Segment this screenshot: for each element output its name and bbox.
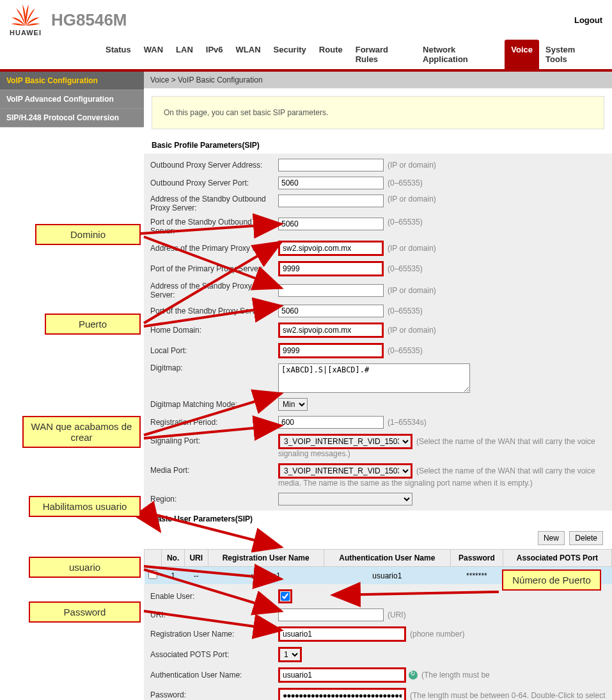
content: Voice > VoIP Basic Configuration On this… <box>144 72 612 700</box>
input-home-domain[interactable] <box>278 322 384 338</box>
hint: (0–65535) <box>388 179 423 187</box>
nav-route[interactable]: Route <box>313 40 349 69</box>
hint: (1–65534s) <box>388 418 427 427</box>
hint: (IP or domain) <box>388 195 436 203</box>
top-nav: StatusWANLANIPv6WLANSecurityRouteForward… <box>0 40 612 72</box>
hint: (URI) <box>388 610 406 619</box>
input-out-proxy-port[interactable] <box>278 177 384 189</box>
select-digitmap-mode[interactable]: Min <box>278 398 308 411</box>
callout-puerto: Puerto <box>45 314 141 335</box>
huawei-icon <box>10 3 42 29</box>
cell-pw: ******* <box>450 567 503 585</box>
input-standby-out-addr[interactable] <box>278 195 384 207</box>
input-reg-user[interactable] <box>278 626 406 642</box>
input-uri[interactable] <box>278 609 384 621</box>
label-reg-user: Registration User Name: <box>150 630 278 639</box>
nav-voice[interactable]: Voice <box>505 40 539 69</box>
input-auth-user[interactable] <box>278 667 406 683</box>
label-auth-user: Authentication User Name: <box>150 671 278 680</box>
sidebar-item[interactable]: SIP/H.248 Protocol Conversion <box>0 109 144 127</box>
label-out-proxy-addr: Outbound Proxy Server Address: <box>150 161 278 170</box>
hint: (0–65535) <box>388 306 423 315</box>
label-standby-out-port: Port of the Standby Outbound Proxy Serve… <box>150 218 278 235</box>
row-select-checkbox[interactable] <box>148 570 157 579</box>
label-region: Region: <box>150 495 278 504</box>
hint: (0–65535) <box>388 346 423 355</box>
checkbox-enable-user[interactable] <box>281 592 290 601</box>
label-standby-proxy-addr: Address of the Standby Proxy Server: <box>150 282 278 299</box>
nav-forward-rules[interactable]: Forward Rules <box>349 40 416 69</box>
callout-numero: Número de Puerto <box>502 569 601 591</box>
input-password[interactable] <box>278 688 406 700</box>
input-standby-proxy-addr[interactable] <box>278 284 384 297</box>
label-digitmap: Digitmap: <box>150 363 278 372</box>
select-sig-port[interactable]: 3_VOIP_INTERNET_R_VID_1503 <box>278 434 412 449</box>
input-digitmap[interactable]: [xABCD].S|[xABCD].# <box>278 363 470 393</box>
table-header: No. <box>162 550 184 567</box>
table-header: Authentication User Name <box>324 550 450 567</box>
hint: (phone number) <box>410 630 464 639</box>
label-media-port: Media Port: <box>150 463 278 475</box>
label-pots: Associated POTS Port: <box>150 650 278 659</box>
label-standby-out-addr: Address of the Standby Outbound Proxy Se… <box>150 195 278 212</box>
breadcrumb: Voice > VoIP Basic Configuration <box>144 72 612 88</box>
hint: (IP or domain) <box>388 286 436 295</box>
input-local-port[interactable] <box>278 343 384 358</box>
section-profile-title: Basic Profile Parameters(SIP) <box>144 137 612 154</box>
nav-security[interactable]: Security <box>267 40 313 69</box>
cell-reg: usuario1 <box>208 567 324 585</box>
select-media-port[interactable]: 3_VOIP_INTERNET_R_VID_1503 <box>278 463 412 479</box>
section-user-title: Basic User Parameters(SIP) <box>144 511 612 527</box>
header: HUAWEI HG8546M Logout <box>0 0 612 40</box>
reset-icon[interactable] <box>409 671 418 680</box>
cell-no: 1 <box>162 567 184 585</box>
hint: (0–65535) <box>388 218 423 227</box>
input-standby-out-port[interactable] <box>278 218 384 230</box>
callout-dominio: Dominio <box>35 224 141 245</box>
label-reg-period: Registration Period: <box>150 418 278 427</box>
label-home-domain: Home Domain: <box>150 326 278 335</box>
input-prim-proxy-addr[interactable] <box>278 241 384 256</box>
nav-status[interactable]: Status <box>99 40 137 69</box>
label-out-proxy-port: Outbound Proxy Server Port: <box>150 179 278 187</box>
nav-system-tools[interactable]: System Tools <box>539 40 602 69</box>
hint: (IP or domain) <box>388 244 436 253</box>
label-prim-proxy-addr: Address of the Primary Proxy Server: <box>150 244 278 253</box>
profile-form: Outbound Proxy Server Address:(IP or dom… <box>144 154 612 511</box>
select-pots[interactable]: 1 <box>278 647 302 662</box>
nav-ipv6[interactable]: IPv6 <box>200 40 230 69</box>
nav-network-application[interactable]: Network Application <box>416 40 505 69</box>
brand-text: HUAWEI <box>10 29 42 36</box>
table-header: URI <box>184 550 208 567</box>
brand-logo: HUAWEI <box>10 3 42 36</box>
model-title: HG8546M <box>51 10 574 30</box>
callout-password: Password <box>29 601 141 623</box>
nav-lan[interactable]: LAN <box>169 40 200 69</box>
label-local-port: Local Port: <box>150 346 278 355</box>
sidebar-item[interactable]: VoIP Advanced Configuration <box>0 90 144 109</box>
nav-wlan[interactable]: WLAN <box>230 40 267 69</box>
hint: (0–65535) <box>388 264 423 273</box>
table-header: Registration User Name <box>208 550 324 567</box>
callout-usuario: usuario <box>29 557 141 578</box>
input-out-proxy-addr[interactable] <box>278 159 384 171</box>
input-prim-proxy-port[interactable] <box>278 261 384 276</box>
cell-auth: usuario1 <box>324 567 450 585</box>
hint: (IP or domain) <box>388 161 436 170</box>
select-region[interactable] <box>278 493 412 505</box>
new-button[interactable]: New <box>538 531 565 545</box>
label-uri: URI: <box>150 610 278 619</box>
table-header <box>145 550 162 567</box>
label-sig-port: Signaling Port: <box>150 434 278 445</box>
logout-link[interactable]: Logout <box>574 15 602 25</box>
input-reg-period[interactable] <box>278 416 384 429</box>
delete-button[interactable]: Delete <box>569 531 603 545</box>
info-box: On this page, you can set basic SIP para… <box>152 96 604 129</box>
nav-wan[interactable]: WAN <box>137 40 169 69</box>
hint: (The length must be <box>421 671 490 680</box>
label-digitmap-mode: Digitmap Matching Mode: <box>150 400 278 409</box>
sidebar-item[interactable]: VoIP Basic Configuration <box>0 72 144 90</box>
table-header: Password <box>450 550 503 567</box>
label-standby-proxy-port: Port of the Standby Proxy Server: <box>150 306 278 315</box>
input-standby-proxy-port[interactable] <box>278 305 384 317</box>
